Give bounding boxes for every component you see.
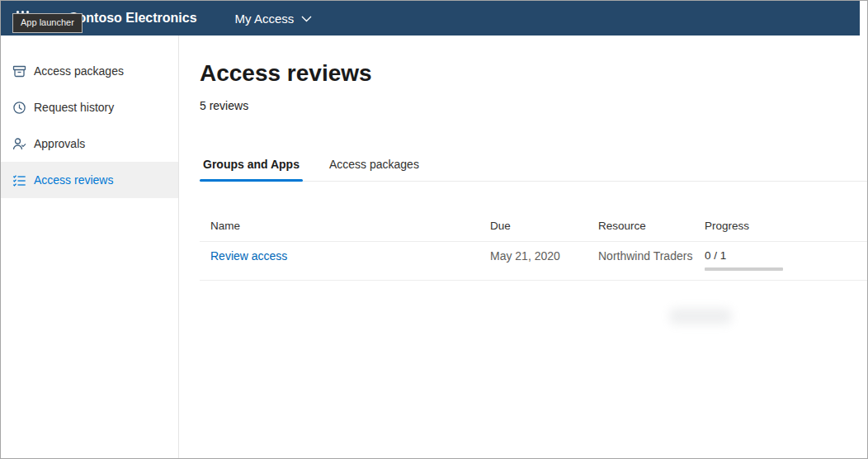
tab-bar: Groups and Apps Access packages — [200, 158, 867, 182]
column-header-progress[interactable]: Progress — [705, 211, 867, 242]
sidebar-item-label: Access reviews — [34, 173, 113, 187]
sidebar-item-access-reviews[interactable]: Access reviews — [1, 162, 178, 198]
package-icon — [12, 64, 26, 78]
approvals-icon — [12, 137, 26, 151]
page-title: Access reviews — [200, 60, 867, 87]
history-icon — [12, 101, 26, 115]
table-header-row: Name Due Resource Progress — [200, 211, 867, 242]
due-cell: May 21, 2020 — [490, 242, 598, 281]
tab-access-packages[interactable]: Access packages — [326, 158, 422, 181]
scrollbar-track[interactable] — [860, 1, 867, 35]
column-header-resource[interactable]: Resource — [598, 211, 705, 242]
access-reviews-table: Name Due Resource Progress Review access… — [200, 211, 867, 281]
my-access-portal-window: Contoso Electronics My Access App launch… — [0, 0, 868, 459]
progress-cell: 0 / 1 — [705, 242, 867, 281]
reviews-icon — [12, 173, 26, 187]
sidebar-item-approvals[interactable]: Approvals — [1, 125, 178, 162]
top-bar: Contoso Electronics My Access — [1, 1, 860, 35]
table-row: Review access May 21, 2020 Northwind Tra… — [200, 242, 867, 281]
sidebar-item-request-history[interactable]: Request history — [1, 89, 178, 125]
progress-bar — [705, 267, 783, 271]
main-content: Access reviews 5 reviews Groups and Apps… — [180, 35, 867, 458]
tab-groups-and-apps[interactable]: Groups and Apps — [200, 158, 303, 181]
sidebar-item-label: Access packages — [34, 64, 124, 78]
chevron-down-icon — [294, 11, 312, 26]
resource-cell: Northwind Traders — [598, 242, 705, 281]
sidebar-item-label: Request history — [34, 101, 114, 114]
org-name: Contoso Electronics — [68, 11, 197, 26]
app-launcher-tooltip: App launcher — [12, 13, 83, 33]
column-header-name[interactable]: Name — [200, 211, 490, 242]
my-access-label: My Access — [235, 12, 295, 26]
column-header-due[interactable]: Due — [490, 211, 598, 242]
my-access-dropdown[interactable]: My Access — [235, 11, 313, 26]
sidebar: Access packages Request history Approval… — [1, 35, 179, 458]
review-access-link[interactable]: Review access — [210, 249, 287, 263]
review-count: 5 reviews — [200, 99, 867, 112]
sidebar-item-access-packages[interactable]: Access packages — [1, 53, 178, 89]
progress-label: 0 / 1 — [705, 249, 861, 262]
sidebar-item-label: Approvals — [34, 137, 85, 150]
